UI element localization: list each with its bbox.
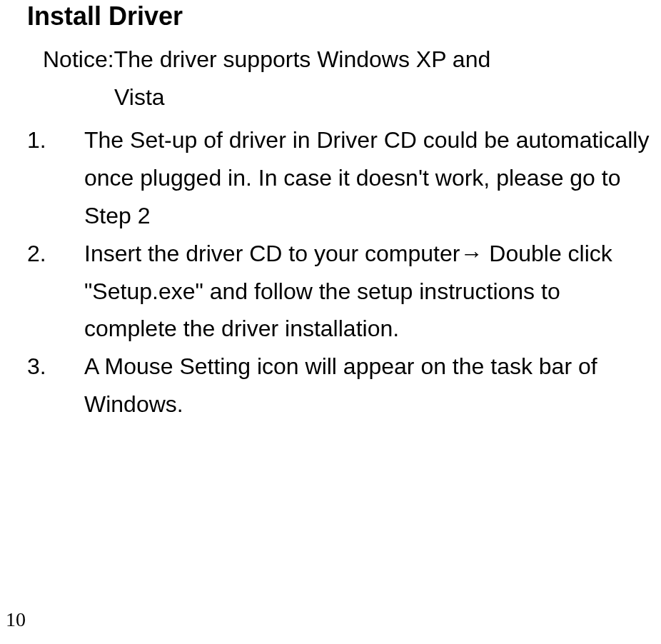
steps-list: 1. The Set-up of driver in Driver CD cou… bbox=[27, 121, 654, 423]
page-number: 10 bbox=[6, 608, 26, 631]
step-number: 3. bbox=[27, 348, 84, 423]
list-item: 2. Insert the driver CD to your computer… bbox=[27, 235, 654, 348]
list-item: 3. A Mouse Setting icon will appear on t… bbox=[27, 348, 654, 423]
list-item: 1. The Set-up of driver in Driver CD cou… bbox=[27, 121, 654, 234]
step-text: A Mouse Setting icon will appear on the … bbox=[84, 348, 654, 423]
step-number: 2. bbox=[27, 235, 84, 348]
step-text: The Set-up of driver in Driver CD could … bbox=[84, 121, 654, 234]
step-text: Insert the driver CD to your computer→ D… bbox=[84, 235, 654, 348]
section-heading: Install Driver bbox=[27, 0, 654, 34]
notice-line-2: Vista bbox=[43, 79, 654, 116]
step-number: 1. bbox=[27, 121, 84, 234]
notice-text: Notice:The driver supports Windows XP an… bbox=[27, 41, 654, 116]
notice-line-1: Notice:The driver supports Windows XP an… bbox=[43, 41, 654, 79]
